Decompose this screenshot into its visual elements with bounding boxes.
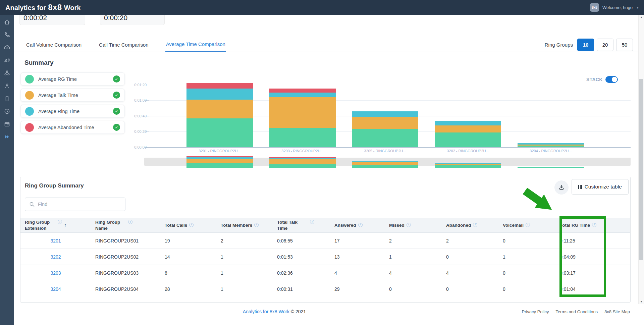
caret-down-icon[interactable]: ▼ (636, 6, 639, 9)
column-header-total-members[interactable]: Total Membersi (216, 222, 273, 228)
column-header-label: Total Calls (165, 222, 187, 228)
check-icon[interactable]: ✓ (113, 108, 120, 115)
tabs-divider (14, 52, 638, 52)
vertical-scrollbar[interactable]: ▲ ▼ (638, 15, 644, 304)
ring-groups-switch: Ring Groups 102050 (545, 39, 633, 51)
cell-missed: 0 (385, 286, 442, 292)
navigator-mini-bar (435, 163, 501, 168)
stack-toggle[interactable] (605, 76, 618, 83)
column-header-ring-group-name[interactable]: Ring Group Namei (91, 219, 160, 231)
bar-segment (186, 83, 253, 89)
ring-groups-option-50[interactable]: 50 (616, 39, 633, 51)
stacked-bar[interactable] (269, 89, 336, 147)
customize-table-button[interactable]: Customize table (572, 179, 629, 195)
legend-item[interactable]: Average Abandoned Time✓ (20, 121, 125, 134)
tab-call-volume-comparison[interactable]: Call Volume Comparison (25, 37, 82, 52)
search-icon (29, 202, 35, 207)
bar-segment (435, 121, 501, 125)
ring-groups-option-20[interactable]: 20 (597, 39, 613, 51)
check-icon[interactable]: ✓ (113, 124, 120, 131)
device-icon (3, 95, 11, 102)
column-header-label: Ring Group Extension (25, 219, 56, 231)
column-header-label: Total Talk Time (277, 219, 308, 231)
download-button[interactable] (554, 180, 569, 195)
scroll-up-icon[interactable]: ▲ (639, 15, 644, 20)
sidebar-item-home[interactable] (3, 18, 11, 26)
sidebar-item-calls[interactable] (3, 31, 11, 39)
column-header-voicemail[interactable]: Voicemaili (498, 222, 555, 228)
check-icon[interactable]: ✓ (113, 92, 120, 99)
bar-segment (435, 132, 501, 147)
info-icon[interactable]: i (310, 220, 314, 224)
stacked-bar[interactable] (435, 121, 501, 147)
sidebar-item-device[interactable] (3, 95, 11, 102)
scrollbar-thumb[interactable] (639, 79, 643, 260)
footer-link-privacy-policy[interactable]: Privacy Policy (522, 309, 549, 314)
legend-label: Average Talk Time (38, 93, 109, 98)
bar-segment (269, 128, 336, 147)
column-header-abandoned[interactable]: Abandonedi (442, 222, 498, 228)
kpi-value: 0:00:20 (104, 15, 127, 21)
column-header-label: Total RG Time (560, 222, 590, 228)
sidebar-item-expand[interactable] (3, 133, 11, 141)
extension-link[interactable]: 3202 (50, 254, 61, 260)
column-header-label: Answered (334, 222, 356, 228)
info-icon[interactable]: i (58, 220, 62, 224)
tab-average-time-comparison[interactable]: Average Time Comparison (165, 37, 226, 52)
stacked-bar[interactable] (186, 83, 253, 147)
legend-item[interactable]: Average Talk Time✓ (20, 89, 125, 102)
info-icon[interactable]: i (473, 223, 477, 227)
y-axis-label: 0:00:40 (129, 114, 147, 118)
stacked-bar[interactable] (518, 143, 584, 147)
summary-title: Summary (24, 59, 54, 66)
navigator-mini-bar (269, 157, 336, 168)
bar-segment (269, 89, 336, 93)
column-header-answered[interactable]: Answeredi (330, 222, 385, 228)
sidebar-item-network[interactable] (3, 69, 11, 77)
ring-groups-option-10[interactable]: 10 (577, 39, 594, 51)
column-header-total-calls[interactable]: Total Callsi (160, 222, 216, 228)
footer-link-terms-and-conditions[interactable]: Terms and Conditions (555, 309, 598, 314)
sidebar-item-cloud-analytics[interactable] (3, 44, 11, 51)
info-icon[interactable]: i (128, 220, 132, 224)
calls-icon (3, 31, 11, 39)
bar-segment (352, 129, 418, 147)
legend-item[interactable]: Average RG Time✓ (20, 72, 125, 86)
sidebar-item-time[interactable] (3, 107, 11, 115)
info-icon[interactable]: i (407, 223, 411, 227)
column-header-total-rg-time[interactable]: Total RG Timei (555, 222, 606, 228)
bar-segment (269, 97, 336, 128)
sidebar-item-user[interactable] (3, 82, 11, 90)
footer-link-8x8-site-map[interactable]: 8x8 Site Map (604, 309, 630, 314)
info-icon[interactable]: i (189, 223, 194, 227)
column-header-total-talk-time[interactable]: Total Talk Timei (273, 219, 330, 231)
bar-segment (518, 146, 584, 147)
extension-link[interactable]: 3204 (50, 286, 61, 292)
cell-total_members: 1 (216, 286, 273, 292)
cell-name: RINGGROUP2US01 (91, 238, 160, 243)
sidebar-item-broadcast-groups[interactable] (3, 56, 11, 64)
info-icon[interactable]: i (358, 223, 363, 227)
cell-abandoned: 4 (442, 270, 498, 276)
average-time-chart: 0:00:000:00:200:00:400:01:000:01:203201 … (129, 77, 631, 171)
info-icon[interactable]: i (254, 223, 259, 227)
footer-brand-link[interactable]: Analytics for 8x8 Work (243, 309, 289, 314)
legend-item[interactable]: Average Ring Time✓ (20, 105, 125, 118)
cell-total_rg_time: 0:01:04 (555, 286, 606, 292)
tab-call-time-comparison[interactable]: Call Time Comparison (98, 37, 149, 52)
stacked-bar[interactable] (352, 111, 418, 147)
info-icon[interactable]: i (526, 223, 530, 227)
cell-total_talk_time: 0:00:31 (273, 286, 330, 292)
extension-link[interactable]: 3201 (50, 238, 61, 243)
column-header-missed[interactable]: Missedi (385, 222, 442, 228)
info-icon[interactable]: i (592, 223, 596, 227)
bar-segment (186, 100, 253, 118)
find-input[interactable] (38, 202, 115, 207)
user-menu[interactable]: Welcome, hugo (602, 5, 633, 10)
check-icon[interactable]: ✓ (113, 75, 120, 83)
column-header-ring-group-extension[interactable]: Ring Group Extensioni↑ (20, 219, 91, 231)
extension-link[interactable]: 3203 (50, 270, 61, 276)
sidebar-item-calendar[interactable] (3, 120, 11, 128)
ring-groups-label: Ring Groups (545, 42, 573, 48)
scroll-down-icon[interactable]: ▼ (639, 299, 644, 304)
